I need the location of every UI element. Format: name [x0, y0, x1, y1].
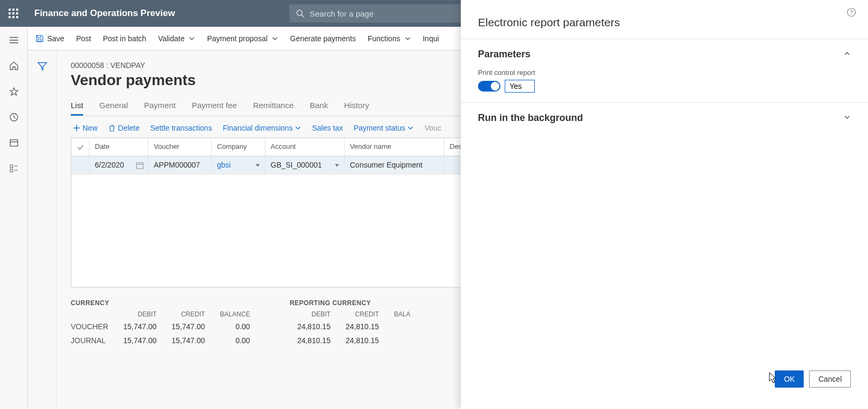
- ok-button[interactable]: OK: [775, 370, 804, 388]
- calendar-icon: [136, 162, 144, 169]
- cell-company[interactable]: gbsi: [212, 156, 265, 174]
- post-batch-button[interactable]: Post in batch: [103, 34, 146, 43]
- panel-title: Electronic report parameters: [461, 0, 868, 39]
- app-title: Finance and Operations Preview: [34, 8, 175, 19]
- tab-list[interactable]: List: [71, 96, 83, 116]
- new-button[interactable]: New: [73, 124, 98, 132]
- chevron-up-icon: [843, 50, 851, 59]
- parameters-section-toggle[interactable]: Parameters: [478, 49, 851, 60]
- col-header-voucher[interactable]: Voucher: [148, 138, 212, 156]
- svg-line-1: [302, 15, 304, 17]
- chevron-down-icon: [843, 113, 851, 123]
- chevron-down-icon: [295, 125, 301, 131]
- help-icon[interactable]: [847, 7, 856, 19]
- tab-remittance[interactable]: Remittance: [253, 96, 294, 116]
- delete-button[interactable]: Delete: [108, 124, 139, 132]
- svg-rect-8: [10, 165, 13, 168]
- payment-proposal-button[interactable]: Payment proposal: [207, 34, 278, 43]
- modules-icon[interactable]: [8, 163, 20, 175]
- tab-payment[interactable]: Payment: [144, 96, 176, 116]
- search-box[interactable]: Search for a page: [289, 4, 463, 22]
- select-all-checkbox[interactable]: [71, 138, 89, 156]
- plus-icon: [73, 124, 80, 132]
- payment-status-button[interactable]: Payment status: [354, 124, 414, 132]
- validate-button[interactable]: Validate: [158, 34, 196, 43]
- col-header-account[interactable]: Account: [265, 138, 345, 156]
- currency-title: CURRENCY: [71, 299, 258, 307]
- fin-dims-button[interactable]: Financial dimensions: [223, 124, 302, 132]
- trash-icon: [108, 124, 116, 132]
- chevron-down-icon: [272, 35, 278, 42]
- cell-account[interactable]: GB_SI_000001: [265, 156, 345, 174]
- tab-bank[interactable]: Bank: [310, 96, 328, 116]
- tab-history[interactable]: History: [344, 96, 369, 116]
- tab-general[interactable]: General: [99, 96, 128, 116]
- col-header-date[interactable]: Date: [89, 138, 148, 156]
- chevron-down-icon: [189, 35, 195, 42]
- generate-payments-button[interactable]: Generate payments: [290, 34, 356, 43]
- sales-tax-button[interactable]: Sales tax: [312, 124, 343, 132]
- svg-point-0: [297, 10, 302, 16]
- voucher-button[interactable]: Vouc: [424, 124, 441, 132]
- post-button[interactable]: Post: [76, 34, 91, 43]
- chevron-down-icon: [407, 125, 414, 131]
- cell-vendor[interactable]: Consumer Equipment: [345, 156, 444, 174]
- cancel-button[interactable]: Cancel: [809, 370, 851, 388]
- chevron-down-icon: [405, 35, 411, 42]
- report-parameters-panel: Electronic report parameters Parameters …: [461, 0, 868, 409]
- svg-rect-14: [137, 163, 143, 169]
- settle-button[interactable]: Settle transactions: [150, 124, 212, 132]
- print-control-toggle[interactable]: [478, 81, 500, 92]
- svg-rect-6: [10, 140, 18, 146]
- waffle-icon: [9, 9, 18, 18]
- app-launcher[interactable]: [0, 0, 27, 27]
- recent-icon[interactable]: [8, 111, 20, 123]
- filter-icon[interactable]: [37, 61, 48, 409]
- nav-collapse-icon[interactable]: [8, 34, 20, 46]
- search-icon: [296, 9, 304, 18]
- print-control-value[interactable]: Yes: [505, 80, 535, 93]
- check-icon: [77, 143, 84, 151]
- run-bg-section-toggle[interactable]: Run in the background: [478, 112, 851, 124]
- workspaces-icon[interactable]: [8, 137, 20, 149]
- search-placeholder: Search for a page: [310, 9, 373, 18]
- reporting-title: REPORTING CURRENCY: [290, 299, 418, 307]
- functions-button[interactable]: Functions: [368, 34, 411, 43]
- run-bg-section-title: Run in the background: [478, 112, 583, 124]
- save-button[interactable]: Save: [35, 34, 64, 43]
- tab-payment-fee[interactable]: Payment fee: [192, 96, 237, 116]
- parameters-section-title: Parameters: [478, 49, 530, 60]
- reporting-totals-table: DEBITCREDITBALA 24,810.1524,810.15 24,81…: [290, 309, 418, 347]
- cell-date[interactable]: 6/2/2020: [89, 156, 148, 174]
- print-control-label: Print control report: [478, 69, 851, 77]
- svg-point-17: [851, 14, 852, 15]
- inquiries-button[interactable]: Inqui: [423, 34, 439, 43]
- save-label: Save: [47, 34, 64, 43]
- save-icon: [35, 34, 44, 43]
- row-checkbox[interactable]: [71, 156, 89, 174]
- cell-voucher[interactable]: APPM000007: [148, 156, 212, 174]
- home-icon[interactable]: [8, 60, 20, 72]
- col-header-vendor[interactable]: Vendor name: [345, 138, 444, 156]
- favorites-icon[interactable]: [8, 86, 20, 97]
- currency-totals-table: DEBITCREDITBALANCE VOUCHER15,747.0015,74…: [71, 309, 258, 347]
- svg-rect-9: [10, 169, 13, 172]
- col-header-company[interactable]: Company: [212, 138, 265, 156]
